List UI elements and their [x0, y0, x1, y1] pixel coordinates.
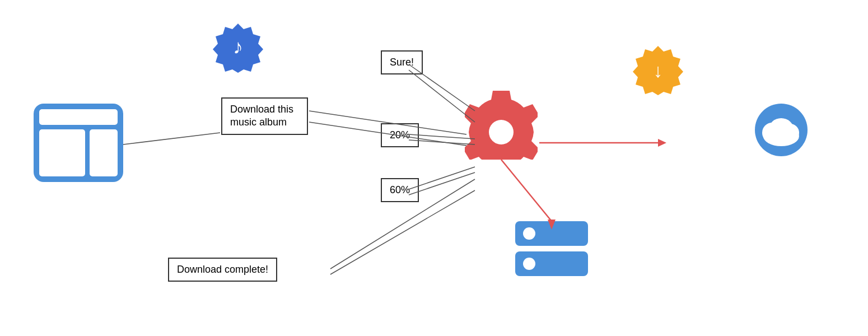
svg-point-9 — [769, 118, 794, 141]
diagram-canvas: ♪ Download this music album Sure! 20% 60… — [0, 0, 868, 336]
connections-overlay — [0, 0, 868, 336]
progress-20-box: 20% — [381, 123, 419, 147]
gear-icon — [465, 87, 538, 162]
database-item-2 — [515, 251, 588, 276]
svg-marker-22 — [658, 139, 666, 147]
browser-icon — [34, 104, 123, 182]
download-request-box: Download this music album — [221, 97, 308, 135]
progress-60-box: 60% — [381, 178, 419, 202]
download-badge-icon: ↓ — [633, 45, 683, 97]
svg-line-23 — [501, 160, 552, 221]
svg-line-20 — [330, 190, 475, 274]
sure-response-box: Sure! — [381, 50, 423, 74]
svg-point-2 — [489, 120, 514, 144]
database-item-1 — [515, 221, 588, 246]
download-complete-box: Download complete! — [168, 258, 277, 282]
svg-text:♪: ♪ — [233, 35, 243, 58]
cloud-icon — [748, 104, 815, 159]
db-circle-1 — [523, 227, 535, 240]
database-container — [515, 221, 588, 276]
db-circle-2 — [523, 258, 535, 270]
music-badge-icon: ♪ — [213, 22, 263, 75]
svg-text:↓: ↓ — [654, 60, 663, 81]
svg-line-10 — [123, 133, 220, 144]
